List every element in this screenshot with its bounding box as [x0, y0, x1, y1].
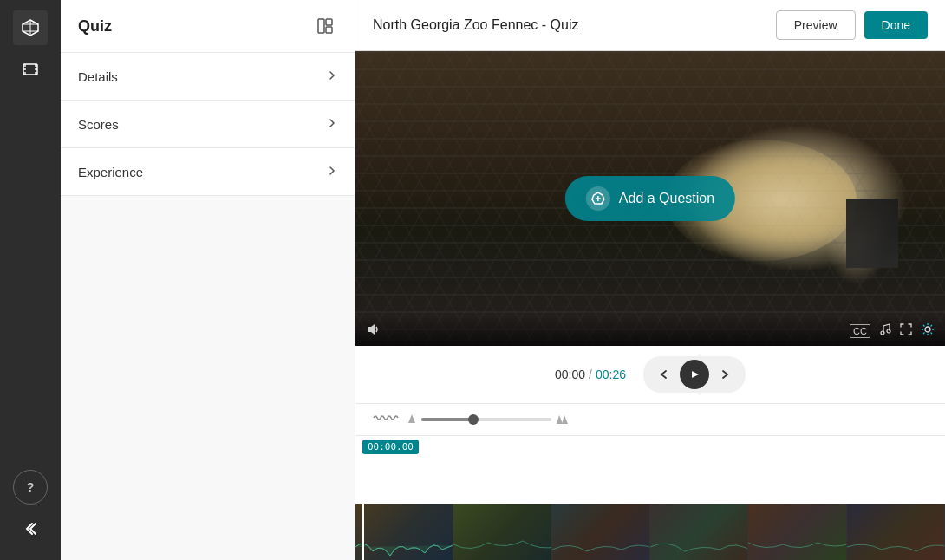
- filmstrip-frame-6: [847, 504, 945, 560]
- back-icon-btn[interactable]: [13, 511, 48, 546]
- total-time: 00:26: [596, 368, 626, 381]
- volume-icon[interactable]: [366, 322, 380, 339]
- panel-item-experience[interactable]: Experience: [61, 148, 355, 196]
- details-label: Details: [78, 69, 118, 84]
- panel-content-area: [61, 196, 355, 560]
- vol-low-icon: [407, 413, 416, 426]
- filmstrip-frame-5: [748, 504, 846, 560]
- svg-rect-12: [326, 19, 332, 25]
- film-strip-icon-btn[interactable]: [13, 52, 48, 87]
- volume-fill: [421, 418, 473, 421]
- timeline-filmstrip[interactable]: [355, 504, 945, 560]
- svg-point-18: [881, 331, 884, 335]
- cube-icon-btn[interactable]: [13, 10, 48, 45]
- filmstrip-frame-3: [552, 504, 650, 560]
- time-display: 00:00 / 00:26: [555, 368, 626, 381]
- svg-marker-17: [368, 324, 375, 335]
- playback-buttons: [643, 356, 746, 393]
- svg-rect-13: [326, 27, 332, 33]
- svg-point-19: [887, 329, 890, 333]
- top-bar-actions: Preview Done: [776, 10, 928, 40]
- svg-rect-10: [35, 72, 37, 75]
- add-question-icon: [586, 186, 610, 211]
- playback-controls: 00:00 / 00:26: [355, 346, 945, 404]
- svg-rect-5: [23, 64, 26, 67]
- video-title: North Georgia Zoo Fennec - Quiz: [373, 17, 578, 33]
- top-bar: North Georgia Zoo Fennec - Quiz Preview …: [355, 0, 945, 51]
- svg-rect-7: [23, 72, 26, 75]
- filmstrip-frame-4: [650, 504, 748, 560]
- add-question-label: Add a Question: [619, 191, 714, 206]
- timeline-area[interactable]: 00:00.00: [355, 436, 945, 560]
- done-button[interactable]: Done: [864, 11, 928, 39]
- left-sidebar-bottom: ?: [13, 470, 48, 560]
- waveform-area: [355, 404, 945, 436]
- video-container: Add a Question CC: [355, 51, 945, 346]
- preview-button[interactable]: Preview: [776, 10, 856, 40]
- experience-label: Experience: [78, 165, 143, 179]
- volume-slider-area: [407, 413, 569, 426]
- panel-sidebar: Quiz Details Scores Experience: [61, 0, 355, 560]
- svg-rect-6: [23, 68, 26, 70]
- timeline-timecode: 00:00.00: [362, 440, 419, 454]
- panel-header: Quiz: [61, 0, 355, 53]
- svg-point-20: [925, 327, 930, 332]
- panel-title: Quiz: [78, 17, 112, 36]
- cc-icon[interactable]: CC: [850, 324, 870, 338]
- svg-marker-23: [557, 415, 563, 424]
- svg-marker-22: [408, 414, 415, 423]
- svg-rect-9: [35, 68, 37, 70]
- time-separator: /: [589, 368, 592, 381]
- vol-high-icon: [557, 415, 569, 424]
- filmstrip-frame-2: [453, 504, 551, 560]
- timeline-cursor: [362, 436, 364, 560]
- next-button[interactable]: [713, 361, 739, 387]
- left-sidebar: ?: [0, 0, 61, 560]
- music-icon[interactable]: [879, 323, 891, 338]
- scores-arrow-icon: [327, 116, 337, 132]
- help-icon-btn[interactable]: ?: [13, 470, 48, 505]
- add-question-button[interactable]: Add a Question: [565, 176, 735, 221]
- volume-slider[interactable]: [421, 418, 551, 421]
- panel-item-scores[interactable]: Scores: [61, 101, 355, 148]
- volume-knob[interactable]: [468, 414, 479, 425]
- video-controls-bar: CC: [355, 316, 945, 346]
- prev-button[interactable]: [650, 361, 676, 387]
- svg-marker-21: [692, 371, 699, 378]
- fullscreen-icon[interactable]: [900, 323, 912, 338]
- settings-icon[interactable]: [921, 322, 935, 339]
- details-arrow-icon: [327, 68, 337, 84]
- play-button[interactable]: [680, 360, 709, 389]
- experience-arrow-icon: [327, 164, 337, 179]
- layout-toggle-btn[interactable]: [313, 14, 337, 38]
- main-content: North Georgia Zoo Fennec - Quiz Preview …: [355, 0, 945, 560]
- filmstrip-frame-1: [355, 504, 453, 560]
- svg-marker-24: [562, 415, 568, 424]
- svg-rect-11: [318, 19, 324, 33]
- waveform-icon: [373, 411, 399, 428]
- svg-rect-8: [35, 64, 37, 67]
- scores-label: Scores: [78, 117, 119, 132]
- shadow-shape: [846, 199, 898, 268]
- current-time: 00:00: [555, 368, 585, 381]
- video-right-controls: CC: [850, 322, 935, 339]
- panel-item-details[interactable]: Details: [61, 53, 355, 101]
